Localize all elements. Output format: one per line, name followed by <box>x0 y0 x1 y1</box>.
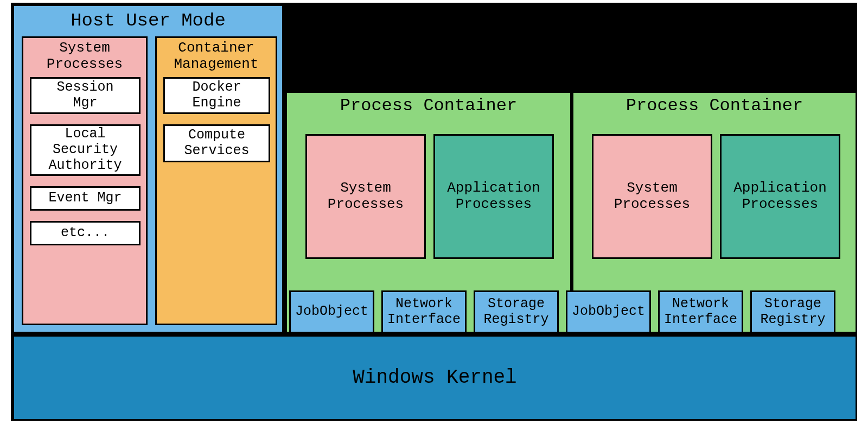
pc2-network-interface-box: NetworkInterface <box>658 290 743 333</box>
windows-kernel-box: Windows Kernel <box>12 335 857 421</box>
etc-box: etc... <box>30 221 141 245</box>
host-user-mode-panel: Host User Mode SystemProcesses SessionMg… <box>12 4 284 333</box>
docker-engine-box: DockerEngine <box>163 77 270 114</box>
system-processes-title: SystemProcesses <box>23 40 146 73</box>
pc1-jobobject-box: JobObject <box>289 290 374 333</box>
local-security-authority-box: LocalSecurityAuthority <box>30 124 141 176</box>
compute-services-box: ComputeServices <box>163 124 270 162</box>
pc2-jobobject-box: JobObject <box>566 290 651 333</box>
host-user-mode-title: Host User Mode <box>14 10 282 31</box>
container-management-title: ContainerManagement <box>157 40 276 73</box>
diagram-canvas: Host User Mode SystemProcesses SessionMg… <box>11 3 857 421</box>
pc2-storage-registry-box: StorageRegistry <box>750 290 835 333</box>
process-container-2-title: Process Container <box>573 96 856 116</box>
pc2-system-processes: SystemProcesses <box>592 134 712 259</box>
pc1-application-processes: ApplicationProcesses <box>433 134 554 259</box>
pc1-network-interface-box: NetworkInterface <box>381 290 467 333</box>
process-container-1-title: Process Container <box>287 96 570 116</box>
pc1-storage-registry-box: StorageRegistry <box>474 290 559 333</box>
event-mgr-box: Event Mgr <box>30 186 141 211</box>
container-management-panel: ContainerManagement DockerEngine Compute… <box>155 36 277 325</box>
session-mgr-box: SessionMgr <box>30 77 141 114</box>
pc2-application-processes: ApplicationProcesses <box>720 134 840 259</box>
pc1-system-processes: SystemProcesses <box>305 134 426 259</box>
system-processes-panel: SystemProcesses SessionMgr LocalSecurity… <box>22 36 148 325</box>
